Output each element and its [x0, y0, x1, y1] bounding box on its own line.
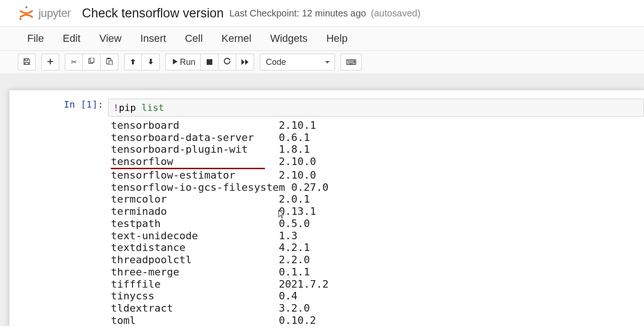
menu-cell[interactable]: Cell — [176, 31, 212, 47]
arrow-down-icon — [148, 58, 154, 66]
add-cell-button[interactable] — [41, 54, 59, 70]
autosave-text: (autosaved) — [371, 8, 420, 19]
restart-button[interactable] — [218, 54, 236, 70]
interrupt-button[interactable] — [201, 54, 218, 70]
plus-icon — [47, 58, 54, 66]
command-palette-button[interactable]: ⌨ — [341, 54, 362, 70]
svg-point-0 — [25, 6, 28, 8]
save-button[interactable] — [18, 54, 36, 70]
copy-button[interactable] — [83, 54, 101, 70]
jupyter-logo-icon — [18, 5, 35, 22]
input-prompt: In [1]: — [9, 99, 108, 117]
menu-view[interactable]: View — [90, 31, 131, 47]
svg-rect-7 — [207, 59, 212, 65]
run-label: Run — [180, 57, 195, 67]
toolbar: ✂ Run Code ⌨ — [0, 51, 644, 73]
cell-type-select[interactable]: Code — [260, 54, 335, 70]
move-down-button[interactable] — [142, 54, 160, 70]
keyboard-icon: ⌨ — [346, 58, 357, 67]
menu-widgets[interactable]: Widgets — [261, 31, 317, 47]
code-command: list — [141, 102, 164, 113]
menu-kernel[interactable]: Kernel — [212, 31, 261, 47]
move-up-button[interactable] — [124, 54, 142, 70]
logo-text: jupyter — [39, 7, 71, 20]
restart-icon — [224, 58, 231, 66]
menubar: File Edit View Insert Cell Kernel Widget… — [0, 27, 644, 51]
svg-rect-3 — [90, 58, 94, 63]
logo[interactable]: jupyter — [18, 5, 71, 22]
menu-file[interactable]: File — [18, 31, 53, 47]
save-icon — [23, 58, 31, 67]
menu-insert[interactable]: Insert — [131, 31, 176, 47]
paste-button[interactable] — [101, 54, 118, 70]
run-button[interactable]: Run — [165, 54, 201, 70]
menu-edit[interactable]: Edit — [53, 31, 90, 47]
fast-forward-icon — [241, 58, 249, 66]
arrow-up-icon — [130, 58, 136, 66]
content-area: In [1]: !pip list tensorboard 2.10.1 ten… — [0, 73, 644, 326]
checkpoint-text: Last Checkpoint: 12 minutes ago — [229, 8, 366, 19]
notebook-title[interactable]: Check tensorflow version — [82, 6, 224, 21]
play-icon — [172, 57, 178, 67]
notebook: In [1]: !pip list tensorboard 2.10.1 ten… — [9, 90, 644, 326]
cell-type-value: Code — [266, 57, 286, 67]
code-input[interactable]: !pip list — [108, 99, 644, 117]
menu-help[interactable]: Help — [317, 31, 357, 47]
svg-point-1 — [19, 18, 22, 20]
code-magic: ! — [113, 102, 119, 113]
cell-output: tensorboard 2.10.1 tensorboard-data-serv… — [9, 117, 644, 326]
cut-button[interactable]: ✂ — [65, 54, 83, 70]
code-text: pip — [119, 102, 141, 113]
header: jupyter Check tensorflow version Last Ch… — [0, 0, 644, 27]
svg-rect-5 — [108, 58, 110, 59]
code-cell[interactable]: In [1]: !pip list — [9, 90, 644, 117]
copy-icon — [88, 58, 95, 66]
scissors-icon: ✂ — [71, 58, 77, 66]
svg-rect-6 — [109, 61, 112, 65]
restart-run-all-button[interactable] — [236, 54, 254, 70]
paste-icon — [106, 58, 113, 66]
stop-icon — [207, 58, 212, 66]
